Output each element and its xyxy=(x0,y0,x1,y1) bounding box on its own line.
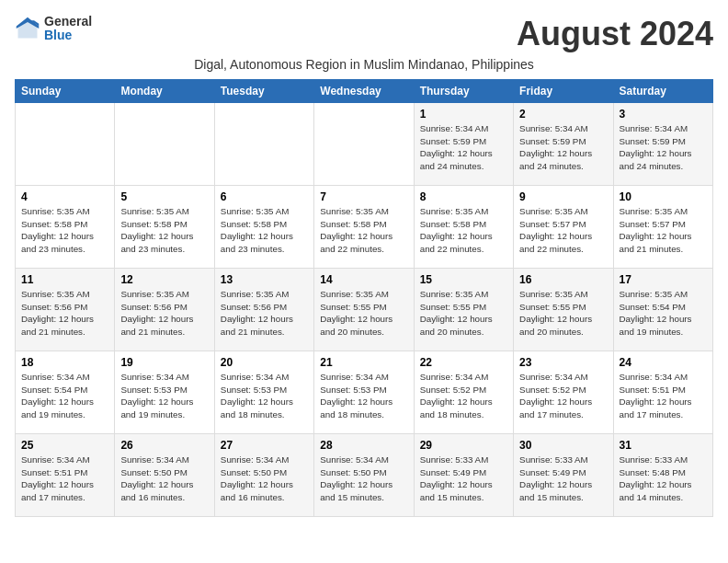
day-number: 29 xyxy=(420,439,507,452)
day-number: 23 xyxy=(519,356,607,369)
day-info: Sunrise: 5:34 AM Sunset: 5:51 PM Dayligh… xyxy=(21,454,108,504)
calendar-cell: 14Sunrise: 5:35 AM Sunset: 5:55 PM Dayli… xyxy=(314,269,414,351)
calendar-cell xyxy=(115,103,214,186)
day-info: Sunrise: 5:33 AM Sunset: 5:48 PM Dayligh… xyxy=(620,454,707,504)
day-info: Sunrise: 5:35 AM Sunset: 5:55 PM Dayligh… xyxy=(420,288,507,339)
calendar-cell: 19Sunrise: 5:34 AM Sunset: 5:53 PM Dayli… xyxy=(115,351,214,434)
day-number: 22 xyxy=(420,356,507,369)
calendar-cell: 27Sunrise: 5:34 AM Sunset: 5:50 PM Dayli… xyxy=(214,434,313,517)
calendar-week-2: 4Sunrise: 5:35 AM Sunset: 5:58 PM Daylig… xyxy=(16,186,713,269)
header-tuesday: Tuesday xyxy=(214,80,313,103)
weekday-header-row: Sunday Monday Tuesday Wednesday Thursday… xyxy=(16,80,713,103)
calendar-cell xyxy=(214,103,313,186)
day-number: 9 xyxy=(519,190,607,203)
day-number: 12 xyxy=(120,273,208,286)
day-info: Sunrise: 5:33 AM Sunset: 5:49 PM Dayligh… xyxy=(420,454,507,504)
day-number: 26 xyxy=(120,439,208,452)
calendar-week-3: 11Sunrise: 5:35 AM Sunset: 5:56 PM Dayli… xyxy=(16,269,713,351)
calendar-cell: 26Sunrise: 5:34 AM Sunset: 5:50 PM Dayli… xyxy=(115,434,214,517)
calendar-cell: 9Sunrise: 5:35 AM Sunset: 5:57 PM Daylig… xyxy=(514,186,613,269)
day-info: Sunrise: 5:34 AM Sunset: 5:59 PM Dayligh… xyxy=(420,122,507,173)
logo-general: General xyxy=(44,15,92,29)
day-number: 15 xyxy=(420,273,507,286)
day-number: 4 xyxy=(21,190,108,203)
day-number: 20 xyxy=(221,356,308,369)
calendar-subtitle: Digal, Autonomous Region in Muslim Minda… xyxy=(15,57,713,72)
calendar-cell xyxy=(16,103,115,186)
day-number: 27 xyxy=(221,439,308,452)
day-number: 25 xyxy=(21,439,108,452)
calendar-cell: 29Sunrise: 5:33 AM Sunset: 5:49 PM Dayli… xyxy=(414,434,513,517)
header-thursday: Thursday xyxy=(414,80,513,103)
day-info: Sunrise: 5:34 AM Sunset: 5:53 PM Dayligh… xyxy=(120,371,208,421)
calendar-cell: 24Sunrise: 5:34 AM Sunset: 5:51 PM Dayli… xyxy=(613,351,712,434)
calendar-cell: 21Sunrise: 5:34 AM Sunset: 5:53 PM Dayli… xyxy=(314,351,414,434)
calendar-cell: 11Sunrise: 5:35 AM Sunset: 5:56 PM Dayli… xyxy=(16,269,115,351)
day-info: Sunrise: 5:35 AM Sunset: 5:54 PM Dayligh… xyxy=(620,288,707,339)
day-info: Sunrise: 5:34 AM Sunset: 5:59 PM Dayligh… xyxy=(519,122,607,173)
calendar-cell: 8Sunrise: 5:35 AM Sunset: 5:58 PM Daylig… xyxy=(414,186,513,269)
day-number: 7 xyxy=(320,190,407,203)
day-number: 18 xyxy=(21,356,108,369)
day-info: Sunrise: 5:34 AM Sunset: 5:52 PM Dayligh… xyxy=(420,371,507,421)
day-info: Sunrise: 5:35 AM Sunset: 5:56 PM Dayligh… xyxy=(21,288,108,339)
header-saturday: Saturday xyxy=(613,80,712,103)
day-number: 5 xyxy=(120,190,208,203)
day-info: Sunrise: 5:35 AM Sunset: 5:58 PM Dayligh… xyxy=(420,205,507,256)
calendar-cell: 2Sunrise: 5:34 AM Sunset: 5:59 PM Daylig… xyxy=(514,103,613,186)
day-number: 2 xyxy=(519,108,607,121)
day-info: Sunrise: 5:34 AM Sunset: 5:51 PM Dayligh… xyxy=(620,371,707,421)
day-info: Sunrise: 5:34 AM Sunset: 5:50 PM Dayligh… xyxy=(320,454,407,504)
day-info: Sunrise: 5:35 AM Sunset: 5:58 PM Dayligh… xyxy=(320,205,407,256)
day-info: Sunrise: 5:35 AM Sunset: 5:58 PM Dayligh… xyxy=(120,205,208,256)
calendar-cell: 7Sunrise: 5:35 AM Sunset: 5:58 PM Daylig… xyxy=(314,186,414,269)
page-header: General Blue August 2024 xyxy=(15,15,713,53)
day-number: 28 xyxy=(320,439,407,452)
day-number: 24 xyxy=(620,356,707,369)
day-info: Sunrise: 5:35 AM Sunset: 5:56 PM Dayligh… xyxy=(221,288,308,339)
calendar-cell: 12Sunrise: 5:35 AM Sunset: 5:56 PM Dayli… xyxy=(115,269,214,351)
day-info: Sunrise: 5:34 AM Sunset: 5:52 PM Dayligh… xyxy=(519,371,607,421)
logo-text: General Blue xyxy=(44,15,92,43)
logo-icon xyxy=(15,16,40,41)
calendar-cell: 5Sunrise: 5:35 AM Sunset: 5:58 PM Daylig… xyxy=(115,186,214,269)
calendar-cell xyxy=(314,103,414,186)
calendar-week-1: 1Sunrise: 5:34 AM Sunset: 5:59 PM Daylig… xyxy=(16,103,713,186)
day-info: Sunrise: 5:34 AM Sunset: 5:53 PM Dayligh… xyxy=(221,371,308,421)
calendar-cell: 13Sunrise: 5:35 AM Sunset: 5:56 PM Dayli… xyxy=(214,269,313,351)
day-info: Sunrise: 5:35 AM Sunset: 5:58 PM Dayligh… xyxy=(21,205,108,256)
calendar-cell: 30Sunrise: 5:33 AM Sunset: 5:49 PM Dayli… xyxy=(514,434,613,517)
calendar-body: 1Sunrise: 5:34 AM Sunset: 5:59 PM Daylig… xyxy=(16,103,713,517)
calendar-cell: 1Sunrise: 5:34 AM Sunset: 5:59 PM Daylig… xyxy=(414,103,513,186)
day-number: 19 xyxy=(120,356,208,369)
logo: General Blue xyxy=(15,15,92,43)
day-info: Sunrise: 5:34 AM Sunset: 5:59 PM Dayligh… xyxy=(620,122,707,173)
calendar-cell: 17Sunrise: 5:35 AM Sunset: 5:54 PM Dayli… xyxy=(613,269,712,351)
day-number: 14 xyxy=(320,273,407,286)
day-info: Sunrise: 5:35 AM Sunset: 5:55 PM Dayligh… xyxy=(519,288,607,339)
calendar-week-4: 18Sunrise: 5:34 AM Sunset: 5:54 PM Dayli… xyxy=(16,351,713,434)
day-number: 6 xyxy=(221,190,308,203)
header-wednesday: Wednesday xyxy=(314,80,414,103)
calendar-header: Sunday Monday Tuesday Wednesday Thursday… xyxy=(16,80,713,103)
calendar-cell: 16Sunrise: 5:35 AM Sunset: 5:55 PM Dayli… xyxy=(514,269,613,351)
day-info: Sunrise: 5:35 AM Sunset: 5:57 PM Dayligh… xyxy=(620,205,707,256)
day-number: 30 xyxy=(519,439,607,452)
calendar-cell: 3Sunrise: 5:34 AM Sunset: 5:59 PM Daylig… xyxy=(613,103,712,186)
calendar-cell: 6Sunrise: 5:35 AM Sunset: 5:58 PM Daylig… xyxy=(214,186,313,269)
day-number: 8 xyxy=(420,190,507,203)
calendar-table: Sunday Monday Tuesday Wednesday Thursday… xyxy=(15,79,713,517)
calendar-cell: 20Sunrise: 5:34 AM Sunset: 5:53 PM Dayli… xyxy=(214,351,313,434)
calendar-cell: 18Sunrise: 5:34 AM Sunset: 5:54 PM Dayli… xyxy=(16,351,115,434)
day-info: Sunrise: 5:35 AM Sunset: 5:57 PM Dayligh… xyxy=(519,205,607,256)
calendar-cell: 10Sunrise: 5:35 AM Sunset: 5:57 PM Dayli… xyxy=(613,186,712,269)
day-number: 16 xyxy=(519,273,607,286)
day-number: 13 xyxy=(221,273,308,286)
calendar-cell: 28Sunrise: 5:34 AM Sunset: 5:50 PM Dayli… xyxy=(314,434,414,517)
calendar-cell: 4Sunrise: 5:35 AM Sunset: 5:58 PM Daylig… xyxy=(16,186,115,269)
day-number: 3 xyxy=(620,108,707,121)
calendar-cell: 25Sunrise: 5:34 AM Sunset: 5:51 PM Dayli… xyxy=(16,434,115,517)
day-number: 1 xyxy=(420,108,507,121)
day-number: 31 xyxy=(620,439,707,452)
calendar-week-5: 25Sunrise: 5:34 AM Sunset: 5:51 PM Dayli… xyxy=(16,434,713,517)
